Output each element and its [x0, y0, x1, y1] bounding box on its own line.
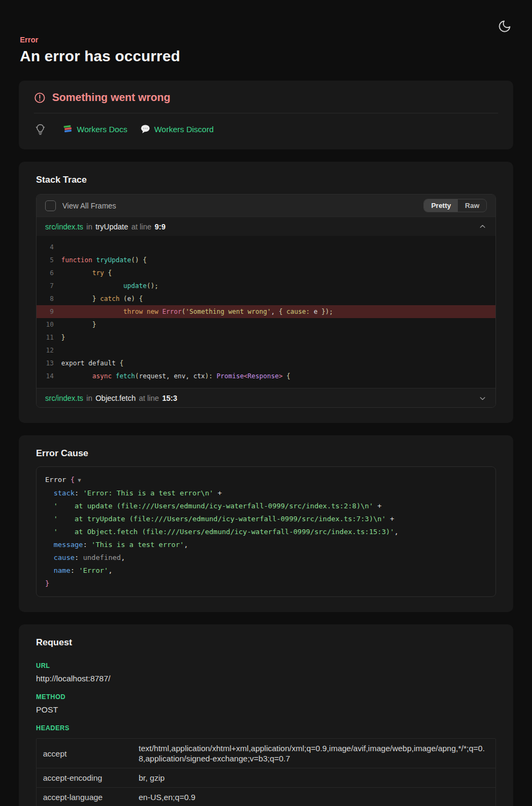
code-token: + [386, 515, 394, 523]
error-cause-title: Error Cause [36, 448, 496, 459]
cause-line: ' at Object.fetch (file:///Users/edmund/… [45, 526, 487, 538]
request-title: Request [36, 637, 496, 648]
code-line: 6 try { [37, 267, 495, 279]
frame-2-file: src/index.ts [45, 394, 83, 402]
line-number: 5 [37, 254, 54, 267]
line-number: 10 [37, 318, 54, 331]
stack-trace-card: Stack Trace View All Frames Pretty Raw s… [19, 162, 513, 423]
code-token: : [70, 566, 79, 574]
header-row: accept-encodingbr, gzip [37, 768, 495, 788]
code-token: 'Something went wrong' [185, 308, 271, 315]
workers-discord-link[interactable]: Workers Discord [140, 124, 214, 134]
code-text: } [54, 318, 96, 331]
code-token: ' at tryUpdate (file:///Users/edmund/icy… [54, 515, 386, 523]
code-token: , [271, 308, 278, 315]
workers-docs-link[interactable]: Workers Docs [63, 124, 127, 134]
code-token [45, 541, 54, 549]
line-number: 8 [37, 292, 54, 305]
frame-2-method: Object.fetch [96, 394, 136, 402]
frame-1-description: src/index.ts in tryUpdate at line 9:9 [45, 222, 166, 231]
pretty-toggle-button[interactable]: Pretty [424, 199, 458, 212]
code-text: function tryUpdate() { [54, 254, 147, 267]
method-value: POST [36, 705, 496, 714]
source-code-block: 45function tryUpdate() {6 try {7 update(… [37, 236, 495, 388]
line-number: 7 [37, 279, 54, 292]
code-token: export default [61, 359, 119, 367]
code-token: () { [131, 256, 147, 264]
line-number: 9 [37, 305, 54, 318]
code-token: throw [124, 308, 143, 315]
code-token [45, 566, 54, 574]
frame-1-at-word: at line [131, 222, 151, 231]
code-token [213, 372, 217, 380]
code-line: 12 [37, 344, 495, 357]
code-token: , [184, 541, 188, 549]
collapse-toggle-icon[interactable]: ▼ [75, 477, 81, 483]
code-token: Error [162, 308, 182, 315]
raw-toggle-button[interactable]: Raw [458, 199, 486, 212]
stack-frame-header-1[interactable]: src/index.ts in tryUpdate at line 9:9 [37, 217, 495, 236]
code-token: name [54, 566, 70, 574]
code-token [61, 372, 92, 380]
code-line: 14 async fetch(request, env, ctx): Promi… [37, 370, 495, 383]
code-token: try [92, 269, 104, 277]
code-text [54, 344, 61, 357]
header-name-cell: accept [37, 745, 139, 762]
stack-trace-toolbar: View All Frames Pretty Raw [37, 195, 495, 217]
code-token [159, 308, 162, 315]
frame-2-line: 15:3 [162, 394, 177, 402]
header-value-cell: br, gzip [139, 768, 495, 787]
code-token: cause: [286, 308, 310, 315]
code-text: throw new Error('Something went wrong', … [54, 305, 333, 318]
alert-row: Something went wrong [34, 91, 498, 104]
code-token [45, 553, 54, 562]
code-line: 7 update(); [37, 279, 495, 292]
code-line: 10 } [37, 318, 495, 331]
code-token: { [279, 308, 286, 315]
code-token: request, env, ctx [139, 372, 205, 380]
code-token: Response [248, 372, 279, 380]
code-line: 8 } catch (e) { [37, 292, 495, 305]
line-number: 6 [37, 267, 54, 279]
code-token: e [310, 308, 321, 315]
header-value-cell: en-US,en;q=0.9 [139, 788, 495, 806]
cause-line: ' at update (file:///Users/edmund/icy-wa… [45, 500, 487, 513]
code-token: cause [54, 553, 75, 562]
cause-line: ' at tryUpdate (file:///Users/edmund/icy… [45, 513, 487, 526]
code-token: ( [119, 295, 127, 303]
code-token: } [92, 295, 100, 303]
code-token: new [147, 308, 159, 315]
code-token [45, 528, 54, 536]
code-token: : [83, 541, 91, 549]
error-summary-card: Something went wrong Workers Docs [19, 81, 513, 149]
view-all-frames-control[interactable]: View All Frames [45, 200, 116, 211]
view-all-frames-label: View All Frames [62, 202, 116, 210]
code-token: , [394, 528, 399, 536]
chevron-up-icon [478, 222, 487, 231]
code-token [61, 269, 92, 277]
headers-table: accepttext/html,application/xhtml+xml,ap… [36, 738, 496, 806]
code-token: function [61, 256, 92, 264]
code-token: } [45, 579, 49, 587]
code-token: (); [147, 282, 159, 290]
code-line: 11} [37, 331, 495, 344]
stack-frame-header-2[interactable]: src/index.ts in Object.fetch at line 15:… [37, 388, 495, 407]
code-token: fetch [116, 372, 135, 380]
code-token: + [373, 502, 382, 510]
theme-toggle-button[interactable] [497, 18, 513, 34]
code-token: : [75, 489, 83, 497]
url-label: URL [36, 662, 496, 670]
cause-line: message: 'This is a test error', [45, 538, 487, 551]
code-token [61, 295, 92, 303]
code-text: export default { [54, 357, 124, 370]
error-cause-dump: Error { ▼ stack: 'Error: This is a test … [36, 466, 496, 597]
frame-2-at-word: at line [139, 394, 159, 402]
chevron-down-icon [478, 394, 487, 402]
line-number: 14 [37, 370, 54, 383]
books-icon [63, 124, 73, 134]
code-token: stack [54, 489, 75, 497]
divider [34, 113, 498, 113]
view-all-frames-checkbox[interactable] [45, 200, 56, 211]
header-value-cell: text/html,application/xhtml+xml,applicat… [139, 739, 495, 768]
headers-label: HEADERS [36, 724, 496, 732]
